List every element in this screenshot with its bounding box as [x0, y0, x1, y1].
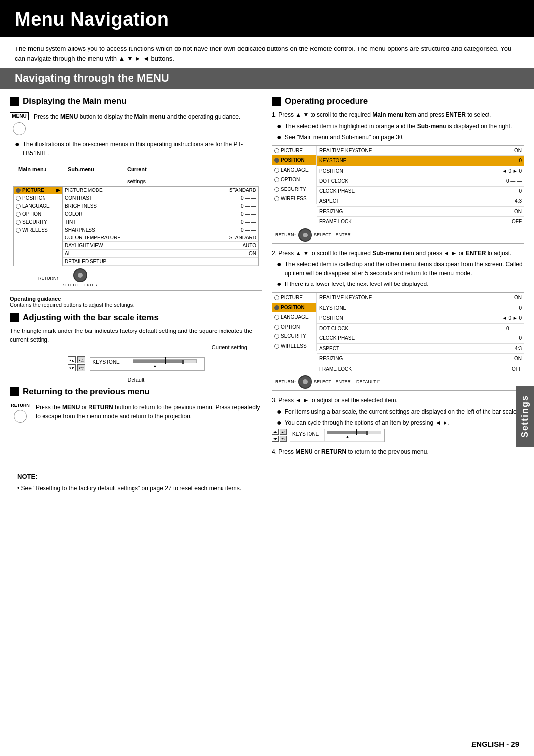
- intro-text: The menu system allows you to access fun…: [0, 37, 534, 68]
- menu-item-security: SECURITY: [14, 218, 62, 226]
- osd2-left: PICTURE POSITION LANGUAGE OPTION: [272, 293, 317, 374]
- osd2-framelock: FRAME LOCKOFF: [317, 364, 524, 374]
- note-box: NOTE: • See "Resetting to the factory de…: [10, 469, 524, 496]
- menu-label: MENU: [10, 112, 28, 120]
- displaying-heading: Displaying the Main menu: [10, 96, 262, 106]
- op-procedure: 1. Press ▲ ▼ to scroll to the required M…: [272, 110, 524, 456]
- sub-row-sharpness: SHARPNESS 0 — —: [63, 226, 258, 234]
- note-text: • See "Resetting to the factory default …: [17, 485, 517, 492]
- osd1-clock-phase: CLOCK PHASE0: [317, 187, 524, 197]
- step-3: 3. Press ◄ ► to adjust or set the select…: [272, 396, 524, 442]
- step1-bullet1: ● The selected item is highlighted in or…: [277, 122, 524, 131]
- ks-bar-icons: ▲◣ ▲△ ▼◤ ▼▽: [272, 429, 287, 442]
- displaying-bullet: ● The illustrations of the on-screen men…: [15, 140, 262, 158]
- position-icon: [16, 196, 21, 201]
- page-footer: ENGLISH - 29: [471, 740, 519, 748]
- page-title-bar: Menu Navigation: [0, 0, 534, 37]
- osd1-picture: PICTURE: [272, 146, 317, 156]
- bar-fill: [133, 360, 183, 363]
- option-icon: [16, 212, 21, 217]
- ks-triangle-marker: [356, 429, 357, 435]
- sub-row-detailed: DETAILED SETUP: [63, 258, 258, 266]
- menu-diagram: Main menu Sub-menu Currentsettings PICTU…: [10, 163, 262, 291]
- sub-menu-col-label: Sub-menu: [68, 166, 127, 184]
- joystick-icon: [73, 268, 87, 282]
- sub-row-picture-mode: PICTURE MODE STANDARD: [63, 187, 258, 194]
- sub-row-color: COLOR 0 — —: [63, 210, 258, 218]
- adjusting-heading: Adjusting with the bar scale items: [10, 313, 262, 323]
- step-4: 4. Press MENU or RETURN to return to the…: [272, 447, 524, 457]
- return-label: RETURN: [11, 403, 30, 408]
- osd2-right: REALTIME KEYSTONEON KEYSTONE0 POSITION◄ …: [317, 293, 524, 374]
- osd-diagram-2: PICTURE POSITION LANGUAGE OPTION: [272, 292, 524, 391]
- language-icon: [16, 204, 21, 209]
- menu-item-position: POSITION: [14, 194, 62, 202]
- default-label: Default: [128, 377, 145, 383]
- osd1-wireless: WIRELESS: [272, 194, 317, 204]
- ks-label: KEYSTONE: [290, 429, 325, 441]
- osd1-position: POSITION: [272, 155, 317, 165]
- step-1: 1. Press ▲ ▼ to scroll to the required M…: [272, 110, 524, 244]
- menu-item-wireless: WIRELESS: [14, 226, 62, 234]
- ks-square-marker: [366, 431, 368, 435]
- black-square-icon-2: [10, 313, 19, 322]
- menu-circle-icon: [13, 122, 26, 135]
- bar-scale-keystone-row: KEYSTONE ▲: [90, 358, 204, 370]
- step3-bullet2: ● You can cycle through the options of a…: [277, 418, 524, 427]
- icon-top-right: ▲△: [77, 356, 85, 363]
- sub-row-contrast: CONTRAST 0 — —: [63, 194, 258, 202]
- icon-bot-left: ▼◤: [68, 364, 76, 371]
- black-square-icon: [10, 97, 19, 106]
- osd1-framelock: FRAME LOCKOFF: [317, 217, 524, 227]
- osd1-dot-clock: DOT CLOCK0 — —: [317, 176, 524, 187]
- osd2-picture: PICTURE: [272, 293, 317, 303]
- return-description: Press the MENU or RETURN button to retur…: [36, 403, 262, 421]
- settings-tab: Settings: [516, 386, 534, 447]
- security-icon: [16, 220, 21, 225]
- menu-icon-row: MENU Press the MENU button to display th…: [10, 110, 262, 138]
- menu-item-language: LANGUAGE: [14, 202, 62, 210]
- left-column: Displaying the Main menu MENU Press the …: [10, 94, 262, 461]
- diagram-header: Main menu Sub-menu Currentsettings: [13, 166, 259, 184]
- osd1-language: LANGUAGE: [272, 165, 317, 175]
- osd1-keystone: KEYSTONE0: [317, 156, 524, 166]
- osd-diagram-1: PICTURE POSITION LANGUAGE OPTION: [272, 145, 524, 244]
- return-icon-row: RETURN Press the MENU or RETURN button t…: [10, 401, 262, 425]
- ks-bar-diagram: ▲◣ ▲△ ▼◤ ▼▽ KEYSTONE: [272, 429, 524, 442]
- menu-description: Press the MENU button to display the Mai…: [34, 112, 240, 121]
- osd1-aspect: ASPECT4:3: [317, 196, 524, 207]
- sub-row-daylight: DAYLIGHT VIEW AUTO: [63, 242, 258, 250]
- picture-icon: [16, 188, 21, 193]
- adjusting-section: Adjusting with the bar scale items The t…: [10, 313, 262, 383]
- sub-row-ai: AI ON: [63, 250, 258, 258]
- osd2-rt-keystone: REALTIME KEYSTONEON: [317, 293, 524, 303]
- operating-heading: Operating procedure: [272, 96, 524, 106]
- right-sub-panel: PICTURE MODE STANDARD CONTRAST 0 — — BRI…: [63, 186, 259, 266]
- bar-scale-diagram: Current setting ▲◣ ▲△ ▼◤ ▼▽: [10, 344, 262, 383]
- osd2-language: LANGUAGE: [272, 312, 317, 322]
- black-square-icon-4: [272, 97, 281, 106]
- ks-bar-visual: ▲: [325, 429, 384, 441]
- sub-row-tint: TINT 0 — —: [63, 218, 258, 226]
- icon-bot-right: ▼▽: [77, 364, 85, 371]
- osd2-clock-phase: CLOCK PHASE0: [317, 333, 524, 344]
- adjusting-description: The triangle mark under the bar indicate…: [10, 327, 262, 344]
- wireless-icon: [16, 228, 21, 233]
- page-title: Menu Navigation: [15, 9, 519, 30]
- sub-row-color-temp: COLOR TEMPERATURE STANDARD: [63, 234, 258, 242]
- ks-fill: [327, 431, 367, 434]
- diagram-controls: RETURN↑ SELECT ENTER: [13, 268, 259, 287]
- bar-icons: ▲◣ ▲△ ▼◤ ▼▽: [68, 356, 85, 371]
- return-circle-icon: [14, 410, 27, 423]
- step2-bullet1: ● The selected item is called up and the…: [277, 260, 524, 278]
- bar-scale-table: KEYSTONE ▲: [90, 357, 205, 371]
- joystick-icon-2: [298, 228, 312, 242]
- osd1-right: REALTIME KEYSTONEON KEYSTONE0 POSITION◄ …: [317, 146, 524, 227]
- left-menu-panel: PICTURE ▶ POSITION LANGUAGE OPTION: [13, 186, 63, 266]
- ks-row: KEYSTONE ▲: [290, 429, 384, 442]
- osd1-position: POSITION◄ 0 ► 0: [317, 166, 524, 177]
- bar-label: KEYSTONE: [90, 358, 130, 370]
- diagram-inner: PICTURE ▶ POSITION LANGUAGE OPTION: [13, 186, 259, 266]
- icon-top-left: ▲◣: [68, 356, 76, 363]
- osd2-aspect: ASPECT4:3: [317, 344, 524, 354]
